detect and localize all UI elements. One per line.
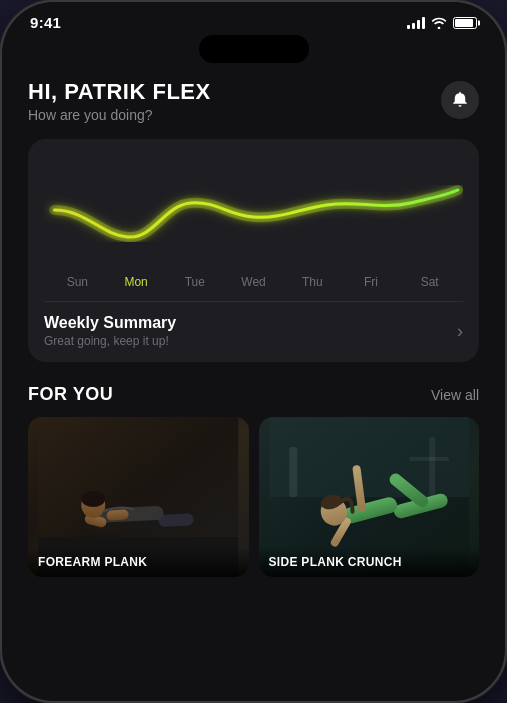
chart-area [44,155,463,265]
status-icons [407,17,477,29]
svg-rect-3 [158,513,194,527]
status-time: 9:41 [30,14,61,31]
view-all-button[interactable]: View all [431,387,479,403]
bell-icon [451,90,469,110]
weekly-summary-subtitle: Great going, keep it up! [44,334,176,348]
phone-frame: 9:41 HI, PATRIK FLEX How are [0,0,507,703]
day-mon: Mon [107,275,166,289]
day-thu: Thu [283,275,342,289]
battery-icon [453,17,477,29]
weekly-summary-text: Weekly Summary Great going, keep it up! [44,314,176,348]
for-you-title: FOR YOU [28,384,113,405]
workout-card-forearm-overlay: FOREARM PLANK [28,547,249,577]
day-sat: Sat [400,275,459,289]
workout-card-side-plank[interactable]: SIDE PLANK CRUNCH [259,417,480,577]
signal-bars-icon [407,17,425,29]
workout-card-side-plank-overlay: SIDE PLANK CRUNCH [259,547,480,577]
dynamic-island [199,35,309,63]
bell-button[interactable] [441,81,479,119]
workout-card-forearm-title: FOREARM PLANK [38,555,239,569]
for-you-section-header: FOR YOU View all [28,384,479,405]
greeting-section: HI, PATRIK FLEX How are you doing? [28,79,211,123]
greeting-subtitle: How are you doing? [28,107,211,123]
workout-card-forearm-plank[interactable]: FOREARM PLANK [28,417,249,577]
day-wed: Wed [224,275,283,289]
main-content: HI, PATRIK FLEX How are you doing? [2,71,505,690]
workout-cards: FOREARM PLANK [28,417,479,577]
greeting-title: HI, PATRIK FLEX [28,79,211,105]
workout-card-side-plank-title: SIDE PLANK CRUNCH [269,555,470,569]
phone-inner: 9:41 HI, PATRIK FLEX How are [2,2,505,701]
chevron-right-icon: › [457,321,463,342]
day-tue: Tue [165,275,224,289]
day-fri: Fri [342,275,401,289]
wifi-icon [431,17,447,29]
chart-card: Sun Mon Tue Wed Thu Fri Sat Weekly Summa… [28,139,479,362]
status-bar: 9:41 [2,2,505,35]
header: HI, PATRIK FLEX How are you doing? [28,79,479,123]
svg-rect-11 [289,447,297,497]
svg-point-8 [81,491,105,507]
day-sun: Sun [48,275,107,289]
weekly-summary-title: Weekly Summary [44,314,176,332]
activity-chart [44,155,463,265]
weekly-summary-row[interactable]: Weekly Summary Great going, keep it up! … [44,314,463,348]
day-labels: Sun Mon Tue Wed Thu Fri Sat [44,275,463,289]
chart-divider [44,301,463,302]
svg-rect-13 [409,457,449,461]
svg-rect-12 [429,437,435,497]
battery-fill [455,19,473,27]
